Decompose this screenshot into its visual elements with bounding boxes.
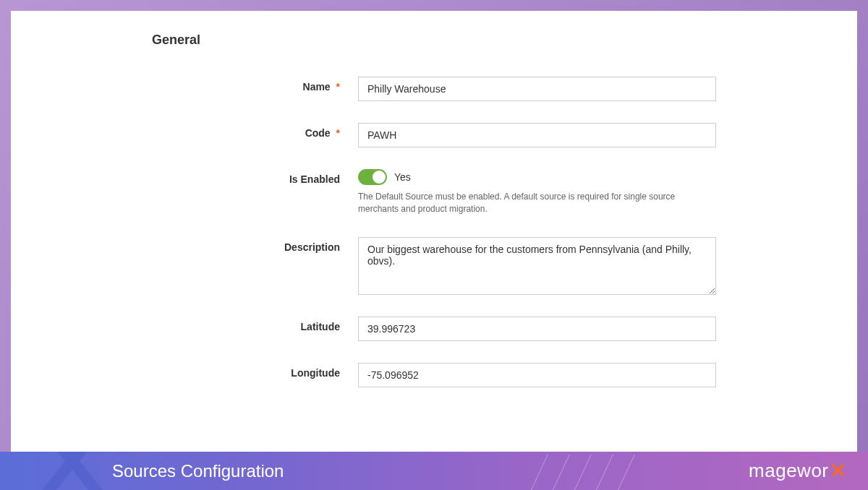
footer-title: Sources Configuration xyxy=(112,461,284,481)
description-row: Description Our biggest warehouse for th… xyxy=(40,237,828,295)
name-label: Name * xyxy=(40,77,358,93)
is-enabled-label: Is Enabled xyxy=(40,169,358,185)
is-enabled-toggle[interactable] xyxy=(358,169,387,185)
longitude-row: Longitude xyxy=(40,363,828,387)
content-panel: General Name * Code * Is Enabled Yes The… xyxy=(11,11,857,452)
description-textarea[interactable]: Our biggest warehouse for the customers … xyxy=(358,237,716,295)
mageworx-logo: magewor✕ xyxy=(749,459,846,483)
code-row: Code * xyxy=(40,123,828,147)
name-row: Name * xyxy=(40,77,828,101)
code-input[interactable] xyxy=(358,123,716,147)
latitude-row: Latitude xyxy=(40,317,828,341)
longitude-label: Longitude xyxy=(40,363,358,379)
is-enabled-row: Is Enabled Yes The Default Source must b… xyxy=(40,169,828,215)
latitude-label: Latitude xyxy=(40,317,358,332)
name-input[interactable] xyxy=(358,77,716,101)
section-title: General xyxy=(152,33,828,48)
footer-lines-decoration xyxy=(521,452,665,490)
latitude-input[interactable] xyxy=(358,317,716,341)
is-enabled-value: Yes xyxy=(394,171,411,183)
required-asterisk-icon: * xyxy=(336,81,340,93)
code-label: Code * xyxy=(40,123,358,139)
is-enabled-help: The Default Source must be enabled. A de… xyxy=(358,191,716,215)
footer-x-decoration-icon xyxy=(29,452,116,490)
description-label: Description xyxy=(40,237,358,253)
toggle-knob-icon xyxy=(373,171,386,184)
footer-bar: Sources Configuration magewor✕ xyxy=(0,452,868,490)
logo-x-icon: ✕ xyxy=(830,459,847,483)
longitude-input[interactable] xyxy=(358,363,716,387)
required-asterisk-icon: * xyxy=(336,127,340,139)
